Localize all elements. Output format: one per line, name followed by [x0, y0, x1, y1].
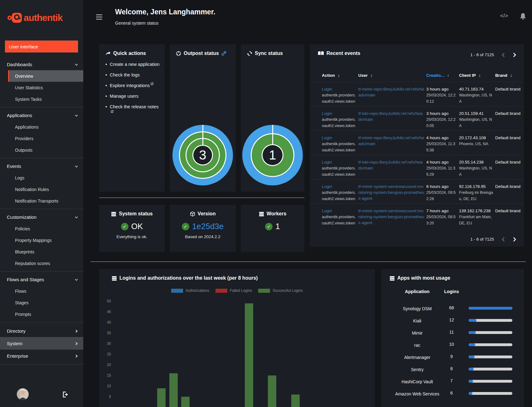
prev-page-icon[interactable]: [501, 237, 505, 242]
event-action-link[interactable]: Login: [322, 110, 357, 116]
sidebar-item-overview[interactable]: Overview: [8, 70, 83, 82]
event-brand: Default brand: [495, 184, 521, 189]
sidebar-item-directory[interactable]: Directory: [0, 325, 83, 337]
avatar[interactable]: [17, 388, 29, 400]
sign-out-icon[interactable]: [62, 391, 69, 398]
events-col-user[interactable]: User↕: [358, 73, 373, 78]
event-location: Washington, US, NA: [459, 166, 492, 177]
sidebar-item-system-tasks[interactable]: System Tasks: [0, 93, 83, 105]
sidebar-item-providers[interactable]: Providers: [0, 133, 83, 144]
quick-actions-list: •Create a new application•Check the logs…: [105, 61, 160, 117]
event-category: authentik.providers.oauth2.views.token: [322, 93, 356, 104]
sidebar-item-outposts[interactable]: Outposts: [0, 144, 83, 156]
sidebar-nav: DashboardsOverviewUser StatisticsSystem …: [0, 59, 83, 367]
legend-item: Failed Logins: [215, 288, 252, 293]
sync-status-donut: 1: [242, 125, 303, 185]
y-tick-label: 15: [99, 373, 111, 378]
server-icon: [259, 211, 264, 217]
events-col-action[interactable]: Action↕: [322, 73, 340, 78]
sidebar-item-applications[interactable]: Applications: [0, 121, 83, 133]
sidebar-item-flows[interactable]: Flows: [0, 285, 83, 297]
event-time-ago: 3 hours ago: [426, 86, 457, 92]
events-pagination-top: 1 - 6 of 7125: [470, 52, 516, 57]
event-user-link[interactable]: tf-mimir-system:serviceaccount:monitorin…: [358, 184, 424, 201]
event-timestamp: 25/03/2024, 11:35:29: [426, 166, 455, 177]
event-action-link[interactable]: Login: [322, 159, 357, 165]
event-client-ip: 20.55.14.238: [459, 159, 495, 165]
sidebar-item-reputation-scores[interactable]: Reputation scores: [0, 257, 83, 269]
quick-action-item: •Explore integrations: [105, 82, 160, 89]
bar-successful-logins: [157, 388, 166, 407]
event-user-link[interactable]: tf-mimir-system:serviceaccount:monitorin…: [358, 208, 424, 226]
sidebar-item-logs[interactable]: Logs: [0, 172, 83, 184]
link-icon[interactable]: [221, 51, 226, 56]
quick-action-item: •Check the logs: [105, 72, 160, 78]
app-name: HashiCorp Vault: [392, 378, 442, 385]
sidebar-item-blueprints[interactable]: Blueprints: [0, 246, 83, 257]
sidebar-section-events[interactable]: Events: [0, 160, 83, 172]
y-tick-label: 5: [99, 395, 111, 399]
quick-action-link[interactable]: Explore integrations: [110, 82, 153, 89]
event-row: Loginauthentik.providers.oauth2.views.to…: [310, 179, 524, 203]
event-user-link[interactable]: tf-loki-repo:BeryJu/k8s:ref:refs/heads/m…: [358, 110, 424, 122]
version-value-link[interactable]: 1e25d3e: [192, 222, 224, 231]
event-location: Frankfurt am Main, DE, EU: [459, 215, 492, 225]
app-usage-progressbar: [469, 392, 512, 395]
system-status-card: System status ✓OK Everything is ok.: [99, 205, 165, 252]
event-category: authentik.providers.oauth2.views.token: [322, 117, 356, 128]
quick-action-link[interactable]: Manage users: [110, 93, 138, 100]
events-col-creatio-[interactable]: Creatio...↑: [426, 73, 449, 78]
sidebar-section-flows-and-stages[interactable]: Flows and Stages: [0, 274, 83, 285]
check-circle-icon: ✓: [121, 223, 128, 230]
sidebar-item-property-mappings[interactable]: Property Mappings: [0, 234, 83, 246]
sidebar-section-label: System: [7, 341, 22, 346]
events-col-client-ip[interactable]: Client IP↕: [459, 73, 481, 78]
legend-item: Authorizations: [171, 288, 209, 293]
event-user-link[interactable]: tf-mimir-repo:BeryJu/k8s:ref:refs/heads/…: [358, 135, 424, 147]
events-col-brand[interactable]: Brand↕: [495, 73, 512, 78]
chart-icon: [112, 276, 117, 281]
sidebar-item-policies[interactable]: Policies: [0, 223, 83, 234]
event-user-link[interactable]: tf-loki-repo:BeryJu/k8s:ref:refs/heads/m…: [358, 159, 424, 171]
quick-action-item: •Create a new application: [105, 61, 160, 68]
quick-action-link[interactable]: Check the release notes: [110, 104, 160, 117]
logins-chart-title: Logins and authorizations over the last …: [119, 275, 258, 281]
api-code-icon[interactable]: </>: [500, 13, 508, 19]
event-action-link[interactable]: Login: [322, 86, 357, 92]
app-usage-progressbar: [469, 331, 512, 334]
sidebar-item-stages[interactable]: Stages: [0, 297, 83, 308]
quick-action-link[interactable]: Create a new application: [110, 61, 160, 68]
event-action-link[interactable]: Login: [322, 184, 357, 189]
menu-toggle-icon[interactable]: [96, 14, 102, 20]
version-detail: Based on 2024.2.2: [170, 234, 236, 239]
app-login-count: 6: [442, 390, 461, 395]
quick-action-link[interactable]: Check the logs: [110, 72, 140, 78]
sidebar-item-notification-transports[interactable]: Notification Transports: [0, 195, 83, 207]
workers-card: Workers ✓1: [241, 205, 304, 252]
sidebar-item-notification-rules[interactable]: Notification Rules: [0, 184, 83, 195]
sidebar-item-enterprise[interactable]: Enterprise: [0, 350, 83, 362]
sidebar-section-customization[interactable]: Customization: [0, 211, 83, 223]
sidebar-section-label: Enterprise: [7, 353, 28, 359]
user-interface-button[interactable]: User interface: [5, 41, 78, 52]
prev-page-icon[interactable]: [501, 53, 505, 57]
event-category: authentik.providers.oauth2.views.token: [322, 190, 356, 201]
sidebar-item-prompts[interactable]: Prompts: [0, 308, 83, 320]
event-user-link[interactable]: tf-mimir-repo:BeryJu/k8s:ref:refs/heads/…: [358, 86, 424, 98]
app-login-count: 68: [442, 305, 461, 310]
sidebar-item-system[interactable]: System: [0, 337, 83, 350]
notifications-bell-icon[interactable]: [520, 12, 526, 20]
event-action-link[interactable]: Login: [322, 135, 357, 141]
bullet: •: [105, 72, 107, 78]
sidebar-item-user-statistics[interactable]: User Statistics: [0, 82, 83, 93]
apps-usage-panel: Apps with most usage Application Logins …: [381, 269, 524, 407]
next-page-icon[interactable]: [513, 53, 516, 57]
event-action-link[interactable]: Login: [322, 208, 357, 214]
sidebar-section-applications[interactable]: Applications: [0, 110, 83, 121]
sidebar-section-dashboards[interactable]: Dashboards: [0, 59, 83, 70]
next-page-icon[interactable]: [513, 237, 516, 242]
page-title: Welcome, Jens Langhammer.: [115, 8, 215, 16]
bar-successful-logins: [291, 395, 300, 407]
app-name: Mimir: [392, 330, 442, 336]
system-status-detail: Everything is ok.: [99, 234, 165, 239]
